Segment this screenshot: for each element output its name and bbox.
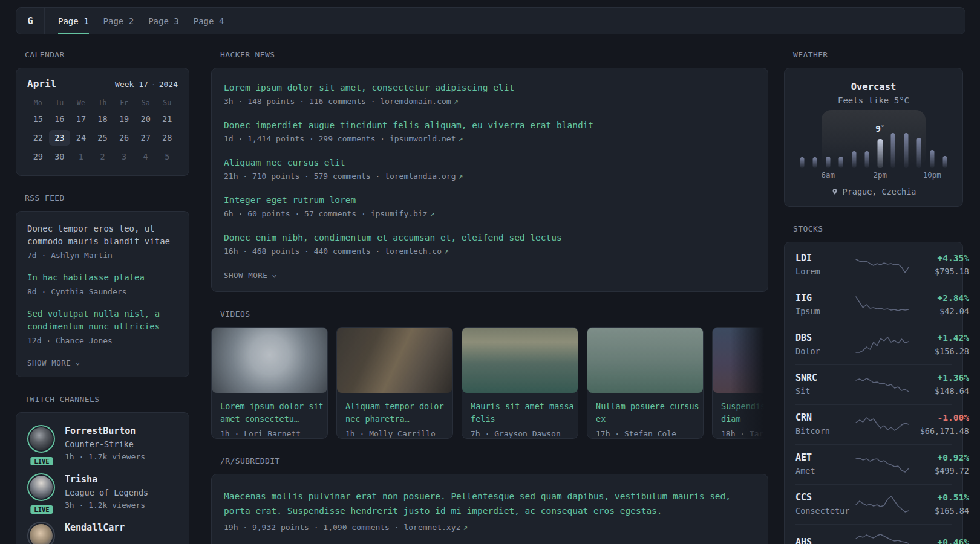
twitch-section-label: TWITCH CHANNELS bbox=[25, 395, 189, 404]
stock-ticker: IIG bbox=[795, 293, 854, 304]
stock-change: +0.92% bbox=[911, 452, 969, 464]
stock-price: $499.72 bbox=[911, 466, 969, 476]
calendar-week: Week 17 bbox=[115, 80, 148, 89]
stock-sparkline bbox=[854, 494, 911, 514]
stock-sparkline bbox=[854, 374, 911, 395]
weather-section-label: WEATHER bbox=[793, 50, 963, 60]
show-more-button[interactable]: SHOW MORE⌄ bbox=[27, 358, 80, 368]
calendar-month: April bbox=[27, 78, 56, 89]
stock-sparkline-cell bbox=[854, 254, 911, 275]
stock-name: Amet bbox=[795, 466, 854, 476]
stocks-block: STOCKS LDILorem+4.35%$795.18IIGIpsum+2.8… bbox=[784, 224, 963, 544]
show-more-button[interactable]: SHOW MORE⌄ bbox=[224, 271, 277, 280]
time-axis-label: 10pm bbox=[923, 170, 941, 180]
weather-bar bbox=[943, 156, 947, 168]
stock-ticker: AET bbox=[795, 452, 854, 464]
feed-item-meta: 3h · 148 points · 116 comments · loremdo… bbox=[224, 96, 756, 107]
stock-sparkline-cell bbox=[854, 414, 911, 435]
stock-sparkline-cell bbox=[854, 374, 911, 395]
feed-item-title[interactable]: Donec tempor eros leo, ut commodo mauris… bbox=[27, 222, 178, 248]
hacker-news-section-label: HACKER NEWS bbox=[220, 50, 768, 60]
stock-row[interactable]: CRNBitcorn-1.00%$66,171.48 bbox=[795, 404, 952, 444]
stock-ticker: CCS bbox=[795, 492, 854, 504]
feed-item-title[interactable]: Sed volutpat nulla nisl, a condimentum n… bbox=[27, 308, 178, 333]
feed-item-title[interactable]: Aliquam nec cursus elit bbox=[224, 157, 756, 169]
weather-bar bbox=[826, 157, 830, 168]
videos-row: Lorem ipsum dolor sit amet consectetu…1h… bbox=[211, 327, 768, 439]
calendar-day: 29 bbox=[27, 149, 49, 164]
stock-row[interactable]: AHS+0.46% bbox=[795, 524, 952, 544]
twitch-block: TWITCH CHANNELS LIVEForrestBurtonCounter… bbox=[16, 395, 189, 544]
calendar-section-label: CALENDAR bbox=[25, 50, 189, 60]
stock-sparkline bbox=[854, 294, 911, 315]
weather-bar bbox=[930, 150, 934, 168]
daylight-highlight bbox=[822, 110, 926, 168]
video-card[interactable]: Nullam posuere cursus ex17h · Stefan Col… bbox=[587, 327, 704, 439]
feed-item-meta: 1d · 1,414 points · 299 comments · ipsum… bbox=[224, 134, 756, 144]
feed-item: Donec imperdiet augue tincidunt felis al… bbox=[224, 119, 756, 144]
twitch-avatar-wrap: LIVE bbox=[27, 473, 56, 511]
calendar-day: 28 bbox=[156, 130, 178, 146]
stock-name: Dolor bbox=[795, 346, 854, 357]
videos-carousel: Lorem ipsum dolor sit amet consectetu…1h… bbox=[211, 327, 768, 439]
tab-page-4[interactable]: Page 4 bbox=[194, 8, 224, 34]
feed-item-title[interactable]: In hac habitasse platea bbox=[27, 271, 178, 284]
app-logo[interactable]: G bbox=[16, 8, 44, 34]
stocks-section-label: STOCKS bbox=[793, 224, 963, 234]
video-title[interactable]: Mauris sit amet massa felis bbox=[471, 400, 578, 426]
video-thumbnail bbox=[337, 328, 452, 393]
feed-item-title[interactable]: Donec enim nibh, condimentum et accumsan… bbox=[224, 232, 756, 244]
video-card[interactable]: Aliquam tempor dolor nec pharetra…1h · M… bbox=[336, 327, 453, 439]
hacker-news-block: HACKER NEWS Lorem ipsum dolor sit amet, … bbox=[211, 50, 768, 292]
feed-item-meta: 8d · Cynthia Saunders bbox=[27, 287, 178, 297]
hacker-news-widget: Lorem ipsum dolor sit amet, consectetur … bbox=[211, 68, 768, 292]
calendar-week-year: Week 17·2024 bbox=[115, 80, 178, 89]
video-card[interactable]: Lorem ipsum dolor sit amet consectetu…1h… bbox=[211, 327, 328, 439]
stock-value-block: -1.00%$66,171.48 bbox=[911, 412, 969, 436]
rss-section-label: RSS FEED bbox=[25, 193, 189, 203]
video-card[interactable]: Mauris sit amet massa felis7h · Grayson … bbox=[462, 327, 578, 439]
stock-symbol-block: CCSConsectetur bbox=[795, 492, 854, 516]
calendar-day: 20 bbox=[135, 111, 157, 127]
stock-change: +0.51% bbox=[911, 492, 969, 504]
weather-bar bbox=[904, 133, 908, 168]
nav-divider bbox=[44, 8, 45, 34]
feed-item-title[interactable]: Maecenas mollis pulvinar erat non posuer… bbox=[224, 489, 756, 518]
feed-item-title[interactable]: Donec imperdiet augue tincidunt felis al… bbox=[224, 119, 756, 131]
tab-page-2[interactable]: Page 2 bbox=[103, 8, 134, 34]
stock-change: -1.00% bbox=[911, 412, 969, 424]
video-title[interactable]: Lorem ipsum dolor sit amet consectetu… bbox=[220, 400, 327, 426]
calendar-widget: April Week 17·2024 MoTuWeThFrSaSu 151617… bbox=[16, 68, 189, 176]
external-link-icon: ↗ bbox=[463, 523, 468, 532]
stock-row[interactable]: AETAmet+0.92%$499.72 bbox=[795, 444, 952, 484]
stock-price: $148.64 bbox=[911, 386, 969, 397]
stock-row[interactable]: LDILorem+4.35%$795.18 bbox=[795, 245, 952, 285]
stock-symbol-block: LDILorem bbox=[795, 253, 854, 277]
twitch-channel-row[interactable]: LIVEForrestBurtonCounter-Strike1h · 1.7k… bbox=[27, 425, 178, 462]
calendar-day: 27 bbox=[135, 130, 157, 146]
twitch-channel-row[interactable]: KendallCarr bbox=[27, 522, 178, 544]
tab-page-1[interactable]: Page 1 bbox=[58, 8, 89, 34]
video-title[interactable]: Nullam posuere cursus ex bbox=[596, 400, 703, 426]
twitch-channel-row[interactable]: LIVETrishaLeague of Legends3h · 1.2k vie… bbox=[27, 473, 178, 511]
weather-bar-current bbox=[877, 139, 883, 168]
video-title[interactable]: Aliquam tempor dolor nec pharetra… bbox=[345, 400, 452, 426]
stock-row[interactable]: IIGIpsum+2.84%$42.04 bbox=[795, 285, 952, 325]
stock-row[interactable]: CCSConsectetur+0.51%$165.84 bbox=[795, 484, 952, 524]
feed-item-title[interactable]: Lorem ipsum dolor sit amet, consectetur … bbox=[224, 82, 756, 94]
calendar-day-header: Sa bbox=[135, 99, 157, 107]
weather-time-axis: 6am2pm10pm bbox=[795, 170, 952, 180]
video-meta: 7h · Grayson Dawson bbox=[471, 429, 578, 438]
subreddit-widget: Maecenas mollis pulvinar erat non posuer… bbox=[211, 474, 768, 544]
feed-item-title[interactable]: Integer eget rutrum lorem bbox=[224, 194, 756, 206]
video-card-body: Mauris sit amet massa felis7h · Grayson … bbox=[462, 393, 578, 438]
weather-bar bbox=[891, 133, 895, 168]
stock-row[interactable]: SNRCSit+1.36%$148.64 bbox=[795, 364, 952, 404]
dashboard-page: G Page 1Page 2Page 3Page 4 CALENDAR Apri… bbox=[0, 0, 980, 544]
calendar-day: 3 bbox=[113, 149, 135, 164]
tab-page-3[interactable]: Page 3 bbox=[148, 8, 179, 34]
stock-row[interactable]: DBSDolor+1.42%$156.28 bbox=[795, 325, 952, 364]
twitch-channel-game: League of Legends bbox=[65, 487, 148, 498]
video-card-body: Nullam posuere cursus ex17h · Stefan Col… bbox=[587, 393, 703, 438]
stock-value-block: +1.36%$148.64 bbox=[911, 372, 969, 397]
